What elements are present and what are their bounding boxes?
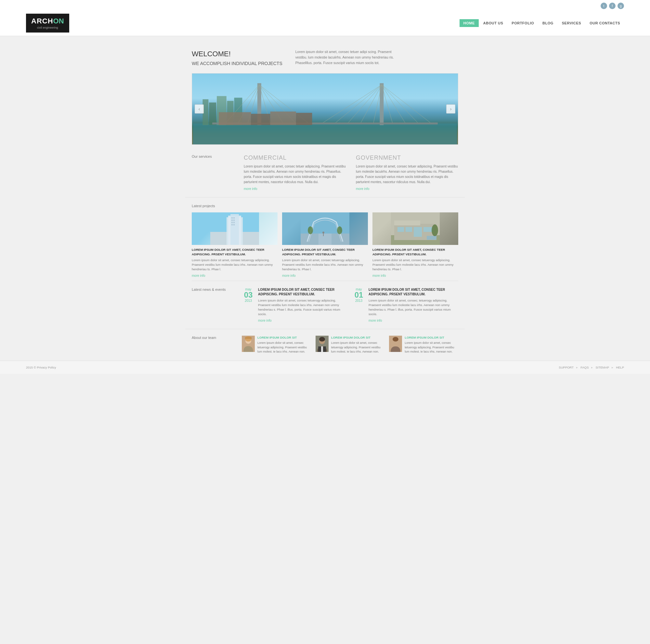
hero-subtitle: WE ACCOMPLISH INDIVIDUAL PROJECTS <box>192 61 282 67</box>
svg-rect-55 <box>406 227 412 232</box>
svg-rect-39 <box>231 222 233 223</box>
team-members: LOREM IPSUM DOLOR SIT Lorem ipsum dolor … <box>242 336 458 354</box>
team-text-2: Lorem ipsum dolor sit amet, consec tetue… <box>331 341 385 354</box>
svg-point-70 <box>393 337 398 341</box>
hero-section: WELCOME! WE ACCOMPLISH INDIVIDUAL PROJEC… <box>185 49 465 67</box>
footer-help[interactable]: HELP <box>616 366 624 369</box>
project-item-3: LOREM IPSUM DOLOR SIT AMET, CONSEC TEER … <box>372 212 458 277</box>
nav-blog[interactable]: BLOG <box>539 19 557 27</box>
svg-rect-27 <box>251 114 270 125</box>
nav-home[interactable]: HOME <box>460 19 479 27</box>
project-title-2: LOREM IPSUM DOLOR SIT AMET, CONSEC TEER … <box>282 247 368 256</box>
projects-section: Latest projects <box>185 204 465 281</box>
svg-line-19 <box>360 85 382 124</box>
news-more-1[interactable]: more info <box>258 319 272 322</box>
nav-portfolio[interactable]: PORTFOLIO <box>508 19 538 27</box>
svg-rect-56 <box>414 227 422 237</box>
team-name-1: LOREM IPSUM DOLOR SIT <box>257 336 311 340</box>
team-avatar-1 <box>242 336 255 352</box>
project-title-1: LOREM IPSUM DOLOR SIT AMET, CONSEC TEER … <box>192 247 278 256</box>
footer-support[interactable]: SUPPORT <box>559 366 574 369</box>
svg-rect-58 <box>427 236 436 240</box>
news-year-2: 2013 <box>352 299 365 303</box>
svg-point-67 <box>319 337 325 341</box>
team-avatar-2 <box>316 336 329 352</box>
facebook-icon[interactable]: f <box>609 3 616 9</box>
footer-faqs[interactable]: FAQS <box>580 366 588 369</box>
footer: 2015 © Privacy Policy SUPPORT ▸ FAQS ▸ S… <box>0 361 650 374</box>
team-info-2: LOREM IPSUM DOLOR SIT Lorem ipsum dolor … <box>331 336 385 354</box>
svg-rect-1 <box>193 124 457 144</box>
team-avatar-3 <box>389 336 402 352</box>
project-img-svg-3 <box>372 212 458 245</box>
footer-sitemap[interactable]: SITEMAP <box>595 366 609 369</box>
svg-point-48 <box>322 232 324 234</box>
project-more-1[interactable]: more info <box>192 274 206 277</box>
svg-rect-28 <box>270 111 296 125</box>
google-icon[interactable]: g <box>617 3 624 9</box>
team-member-3: LOREM IPSUM DOLOR SIT Lorem ipsum dolor … <box>389 336 458 354</box>
project-img-svg-2 <box>282 212 368 245</box>
project-image-1 <box>192 212 278 245</box>
svg-line-18 <box>348 85 382 124</box>
svg-point-46 <box>308 226 313 234</box>
avatar-svg-2 <box>316 336 329 352</box>
news-text-1: Lorem ipsum dolor sit amet, consec tetue… <box>258 298 348 317</box>
twitter-icon[interactable]: t <box>601 3 607 9</box>
project-image-2 <box>282 212 368 245</box>
services-content: COMMERCIAL Lorem ipsum dolor sit amet, c… <box>244 155 458 191</box>
project-img-svg-1 <box>192 212 278 245</box>
slider-prev[interactable]: ‹ <box>195 104 204 113</box>
svg-rect-41 <box>231 224 233 226</box>
svg-rect-29 <box>296 113 312 125</box>
footer-copyright: 2015 © Privacy Policy <box>26 366 56 369</box>
service-commercial: COMMERCIAL Lorem ipsum dolor sit amet, c… <box>244 155 346 191</box>
project-item-1: LOREM IPSUM DOLOR SIT AMET, CONSEC TEER … <box>192 212 278 277</box>
project-more-2[interactable]: more info <box>282 274 296 277</box>
hero-title: WELCOME! <box>192 50 231 58</box>
svg-rect-53 <box>394 221 420 226</box>
logo[interactable]: ARCHON civil engineering <box>26 14 69 33</box>
news-date-2: may 01 2013 <box>352 287 365 322</box>
news-content-1: LOREM IPSUM DOLOR SIT AMET, CONSEC TEER … <box>258 287 348 322</box>
svg-line-22 <box>382 85 405 124</box>
footer-sep-1: ▸ <box>576 366 578 369</box>
slider-next[interactable]: › <box>446 104 455 113</box>
svg-rect-66 <box>321 346 323 352</box>
project-item-2: LOREM IPSUM DOLOR SIT AMET, CONSEC TEER … <box>282 212 368 277</box>
bridge-illustration <box>192 73 458 144</box>
news-title-2: LOREM IPSUM DOLOR SIT AMET, CONSEC TEER … <box>368 287 458 297</box>
service-commercial-title: COMMERCIAL <box>244 155 346 161</box>
footer-sep-2: ▸ <box>591 366 593 369</box>
project-more-3[interactable]: more info <box>372 274 386 277</box>
projects-label: Latest projects <box>192 204 458 208</box>
avatar-svg-3 <box>389 336 402 352</box>
svg-rect-26 <box>219 112 251 125</box>
team-member-1: LOREM IPSUM DOLOR SIT Lorem ipsum dolor … <box>242 336 311 354</box>
logo-arch: ARCH <box>31 17 53 25</box>
team-member-2: LOREM IPSUM DOLOR SIT Lorem ipsum dolor … <box>316 336 385 354</box>
nav-about[interactable]: ABOUT US <box>479 19 507 27</box>
service-government: GOVERNMENT Lorem ipsum dolor sit amet, c… <box>356 155 458 191</box>
footer-sep-3: ▸ <box>612 366 613 369</box>
svg-point-59 <box>432 225 438 236</box>
service-government-title: GOVERNMENT <box>356 155 458 161</box>
project-desc-2: Lorem ipsum dolor sit amet, consec tetue… <box>282 258 368 272</box>
hero-text: Lorem ipsum dolor sit amet, consec tetue… <box>295 49 399 67</box>
svg-rect-54 <box>397 227 404 232</box>
project-desc-3: Lorem ipsum dolor sit amet, consec tetue… <box>372 258 458 272</box>
nav-services[interactable]: SERVICES <box>558 19 585 27</box>
svg-rect-40 <box>233 222 234 223</box>
service-government-more[interactable]: more info <box>356 187 369 191</box>
header: t f g ARCHON civil engineering HOME ABOU… <box>0 0 650 36</box>
svg-rect-3 <box>209 103 216 125</box>
service-commercial-more[interactable]: more info <box>244 187 257 191</box>
logo-on: ON <box>53 17 64 25</box>
nav-contacts[interactable]: OUR CONTACTS <box>586 19 624 27</box>
projects-divider <box>192 281 458 281</box>
projects-grid: LOREM IPSUM DOLOR SIT AMET, CONSEC TEER … <box>192 212 458 277</box>
news-more-2[interactable]: more info <box>368 319 382 322</box>
project-desc-1: Lorem ipsum dolor sit amet, consec tetue… <box>192 258 278 272</box>
news-day-1: 03 <box>242 291 255 299</box>
news-content-2: LOREM IPSUM DOLOR SIT AMET, CONSEC TEER … <box>368 287 458 322</box>
